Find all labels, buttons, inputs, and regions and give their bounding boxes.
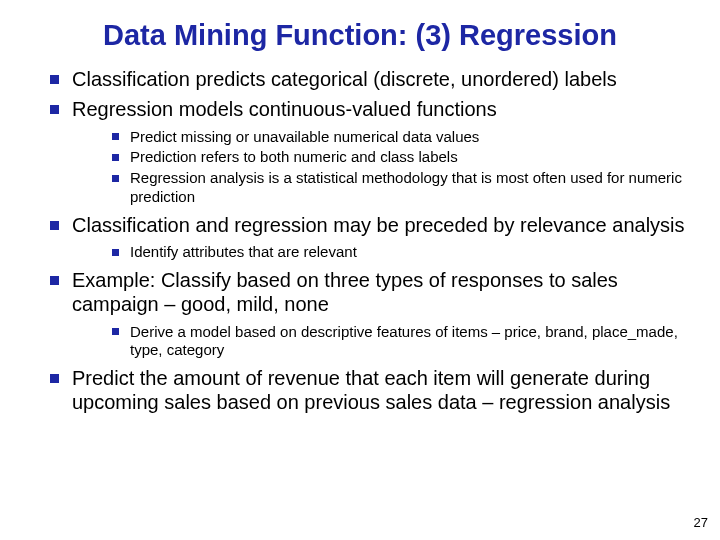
bullet-text: Regression models continuous-valued func…: [72, 98, 497, 120]
list-item: Predict the amount of revenue that each …: [50, 366, 688, 415]
page-number: 27: [694, 515, 708, 530]
slide: Data Mining Function: (3) Regression Cla…: [0, 0, 720, 540]
sub-list: Predict missing or unavailable numerical…: [72, 128, 688, 207]
bullet-list: Classification predicts categorical (dis…: [32, 67, 688, 415]
list-item: Predict missing or unavailable numerical…: [112, 128, 688, 147]
bullet-text: Classification predicts categorical (dis…: [72, 68, 617, 90]
bullet-text: Classification and regression may be pre…: [72, 214, 685, 236]
sub-text: Regression analysis is a statistical met…: [130, 169, 682, 205]
bullet-text: Example: Classify based on three types o…: [72, 269, 618, 315]
sub-text: Derive a model based on descriptive feat…: [130, 323, 678, 359]
list-item: Example: Classify based on three types o…: [50, 268, 688, 360]
sub-text: Prediction refers to both numeric and cl…: [130, 148, 458, 165]
sub-list: Identify attributes that are relevant: [72, 243, 688, 262]
sub-text: Identify attributes that are relevant: [130, 243, 357, 260]
list-item: Regression analysis is a statistical met…: [112, 169, 688, 207]
slide-title: Data Mining Function: (3) Regression: [32, 18, 688, 53]
list-item: Regression models continuous-valued func…: [50, 97, 688, 206]
list-item: Classification and regression may be pre…: [50, 213, 688, 262]
bullet-text: Predict the amount of revenue that each …: [72, 367, 670, 413]
sub-text: Predict missing or unavailable numerical…: [130, 128, 479, 145]
list-item: Derive a model based on descriptive feat…: [112, 323, 688, 361]
list-item: Classification predicts categorical (dis…: [50, 67, 688, 91]
list-item: Prediction refers to both numeric and cl…: [112, 148, 688, 167]
list-item: Identify attributes that are relevant: [112, 243, 688, 262]
sub-list: Derive a model based on descriptive feat…: [72, 323, 688, 361]
